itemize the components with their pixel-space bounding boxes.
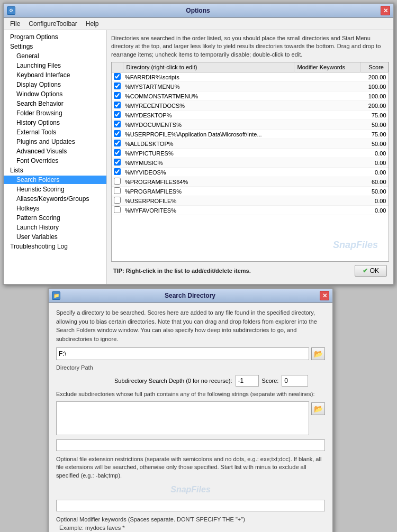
dir-modifier: [294, 101, 360, 111]
dir-checkbox[interactable]: [114, 121, 121, 127]
dir-modifier: [294, 130, 360, 139]
dir-score: 0.00: [360, 158, 388, 168]
tree-item-external[interactable]: External Tools: [4, 127, 106, 137]
table-row: %USERPROFILE%\Application Data\Microsoft…: [112, 130, 389, 139]
dir-checkbox[interactable]: [114, 92, 121, 99]
depth-score-row: Subdirectory Search Depth (0 for no recu…: [56, 375, 325, 387]
dir-checkbox[interactable]: [114, 178, 121, 185]
table-row: %PROGRAMFILES%50.00: [112, 187, 389, 196]
options-body: Program Options Settings General Launchi…: [4, 30, 393, 284]
dir-checkbox[interactable]: [114, 159, 121, 166]
menu-file[interactable]: File: [6, 19, 24, 29]
dir-path: %MYSTARTMENU%: [123, 82, 294, 91]
dir-checkbox[interactable]: [114, 102, 121, 108]
check-icon: ✔: [363, 267, 368, 274]
tree-item-launch-history[interactable]: Launch History: [4, 223, 106, 232]
ext-input[interactable]: [56, 439, 325, 451]
depth-input[interactable]: [236, 375, 259, 387]
path-row: 📂: [56, 347, 325, 360]
dir-modifier: [294, 149, 360, 158]
modifier-input[interactable]: [56, 500, 325, 511]
content-panel: Directories are searched in the order li…: [107, 30, 393, 284]
tree-item-folder-browsing[interactable]: Folder Browsing: [4, 108, 106, 118]
row-checkbox-cell: [112, 149, 123, 158]
dir-checkbox[interactable]: [114, 130, 121, 137]
dir-checkbox[interactable]: [114, 111, 121, 118]
tree-item-aliases[interactable]: Aliases/Keywords/Groups: [4, 194, 106, 204]
dir-modifier: [294, 187, 360, 196]
tree-item-fonts[interactable]: Font Overrides: [4, 156, 106, 166]
dir-checkbox[interactable]: [114, 82, 121, 89]
dir-checkbox[interactable]: [114, 149, 121, 156]
dir-checkbox[interactable]: [114, 140, 121, 146]
tree-item-keyboard[interactable]: Keyboard Interface: [4, 70, 106, 80]
menu-bar: Program Options File ConfigureToolbar He…: [4, 18, 393, 30]
row-checkbox-cell: [112, 111, 123, 120]
tree-item-troubleshooting[interactable]: Troubleshooting Log: [4, 242, 106, 251]
close-button[interactable]: ✕: [381, 6, 390, 15]
tree-item-lists[interactable]: Lists: [4, 166, 106, 175]
ext-label: Optional file extension restrictions (se…: [56, 455, 325, 480]
exclude-browse-button[interactable]: 📂: [311, 402, 325, 415]
dir-path: %USERPROFILE%\Application Data\Microsoft…: [123, 130, 294, 139]
dir-score: 50.00: [360, 120, 388, 130]
tree-item-history[interactable]: History Options: [4, 118, 106, 127]
dir-path: %PROGRAMFILES64%: [123, 177, 294, 187]
table-row: %FARRDIR%\scripts200.00: [112, 72, 389, 82]
tree-settings[interactable]: Settings: [4, 42, 106, 51]
col-check: [112, 62, 123, 72]
tree-item-plugins[interactable]: Plugins and Updates: [4, 137, 106, 146]
table-row: %MYMUSIC%0.00: [112, 158, 389, 168]
options-dialog-title: Options: [15, 7, 381, 14]
tree-item-launching[interactable]: Launching Files: [4, 61, 106, 70]
row-checkbox-cell: [112, 120, 123, 130]
watermark2: SnapFiles: [56, 485, 325, 494]
dir-modifier: [294, 196, 360, 206]
table-row: %PROGRAMFILES64%60.00: [112, 177, 389, 187]
browse-button[interactable]: 📂: [311, 347, 325, 360]
menu-help[interactable]: Help: [82, 19, 103, 29]
search-close-button[interactable]: ✕: [320, 291, 329, 300]
col-score: Score: [360, 62, 388, 72]
dir-checkbox[interactable]: [114, 197, 121, 204]
dir-checkbox[interactable]: [114, 73, 121, 80]
tree-item-hotkeys[interactable]: Hotkeys: [4, 204, 106, 213]
tree-item-window[interactable]: Window Options: [4, 89, 106, 99]
dir-score: 200.00: [360, 101, 388, 111]
score-input[interactable]: [282, 375, 308, 387]
menu-configure-toolbar[interactable]: ConfigureToolbar: [24, 19, 81, 29]
dir-path: %PROGRAMFILES%: [123, 187, 294, 196]
dir-path: %COMMONSTARTMENU%: [123, 91, 294, 101]
row-checkbox-cell: [112, 82, 123, 91]
tree-item-search-behavior[interactable]: Search Behavior: [4, 99, 106, 108]
dir-score: 100.00: [360, 91, 388, 101]
dir-path: %MYRECENTDOCS%: [123, 101, 294, 111]
dir-score: 0.00: [360, 206, 388, 215]
ok-button[interactable]: ✔ OK: [355, 265, 387, 277]
tree-item-user-vars[interactable]: User Variables: [4, 232, 106, 242]
tree-item-general[interactable]: General: [4, 51, 106, 61]
dir-checkbox[interactable]: [114, 187, 121, 194]
tip-text: TIP: Right-click in the list to add/edit…: [113, 268, 251, 274]
tree-item-display[interactable]: Display Options: [4, 80, 106, 89]
row-checkbox-cell: [112, 168, 123, 177]
row-checkbox-cell: [112, 187, 123, 196]
dir-score: 100.00: [360, 82, 388, 91]
dir-modifier: [294, 168, 360, 177]
tree-root[interactable]: Program Options: [4, 32, 106, 42]
dir-checkbox[interactable]: [114, 206, 121, 213]
dir-score: 75.00: [360, 111, 388, 120]
tree-item-visuals[interactable]: Advanced Visuals: [4, 146, 106, 156]
tree-item-search-folders[interactable]: Search Folders: [4, 175, 106, 185]
dir-score: 60.00: [360, 177, 388, 187]
tree-item-heuristic[interactable]: Heuristic Scoring: [4, 185, 106, 194]
dir-modifier: [294, 111, 360, 120]
exclude-row: 📂: [56, 401, 325, 435]
dir-score: 0.00: [360, 168, 388, 177]
exclude-textarea[interactable]: [56, 401, 309, 435]
path-input[interactable]: [56, 347, 309, 360]
tree-item-pattern[interactable]: Pattern Scoring: [4, 213, 106, 223]
dir-score: 200.00: [360, 72, 388, 82]
dir-checkbox[interactable]: [114, 168, 121, 175]
options-description: Directories are searched in the order li…: [111, 34, 389, 59]
